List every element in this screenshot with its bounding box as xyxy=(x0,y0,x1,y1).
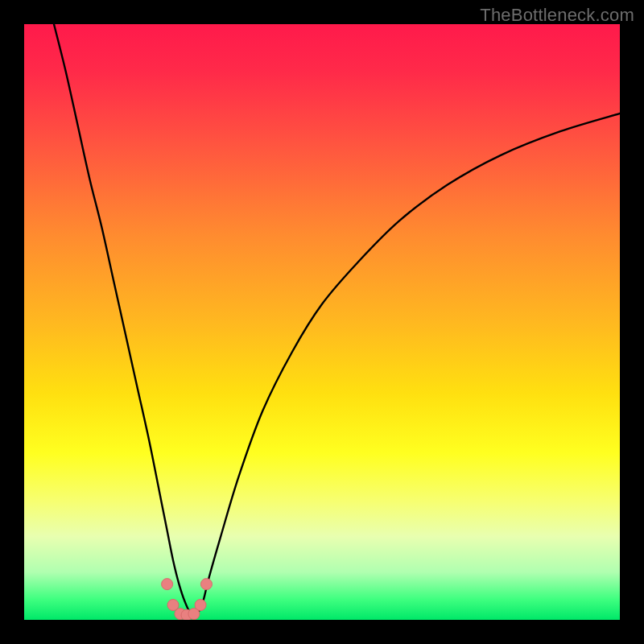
bottleneck-chart xyxy=(24,24,620,620)
marker-point xyxy=(200,579,212,590)
watermark-text: TheBottleneck.com xyxy=(480,5,634,26)
outer-frame: TheBottleneck.com xyxy=(0,0,644,644)
gradient-background xyxy=(24,24,620,620)
marker-point xyxy=(195,600,206,611)
plot-area xyxy=(24,24,620,620)
marker-point xyxy=(162,579,173,590)
